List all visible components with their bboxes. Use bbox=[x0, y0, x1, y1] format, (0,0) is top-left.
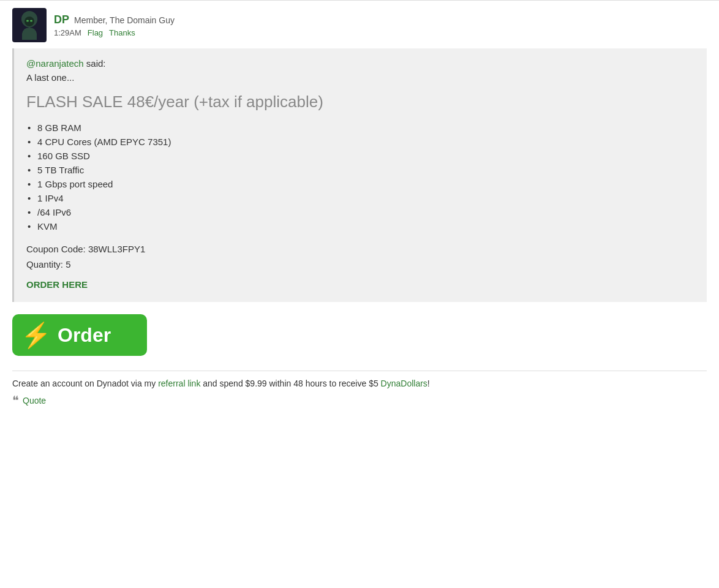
flash-sale-title: FLASH SALE 48€/year (+tax if applicable) bbox=[26, 92, 695, 111]
spec-item: /64 IPv6 bbox=[26, 207, 695, 217]
order-button-text: Order bbox=[58, 324, 111, 347]
post-meta: 1:29AM Flag Thanks bbox=[54, 28, 175, 37]
quote-attribution: @naranjatech said: bbox=[26, 58, 695, 69]
username-line: DP Member, The Domain Guy bbox=[54, 13, 175, 26]
spec-item: 8 GB RAM bbox=[26, 123, 695, 133]
post-header: DP Member, The Domain Guy 1:29AM Flag Th… bbox=[12, 8, 707, 42]
coupon-code: 38WLL3FPY1 bbox=[88, 244, 145, 254]
thanks-link[interactable]: Thanks bbox=[109, 28, 135, 37]
attribution-suffix: said: bbox=[84, 58, 106, 69]
quote-action: ❝ Quote bbox=[12, 394, 707, 407]
footer-text-after: ! bbox=[427, 379, 430, 388]
footer-text: Create an account on Dynadot via my refe… bbox=[12, 379, 707, 388]
post-container: DP Member, The Domain Guy 1:29AM Flag Th… bbox=[0, 0, 719, 413]
quote-reply-link[interactable]: Quote bbox=[23, 396, 46, 405]
order-button-container: ⚡ Order bbox=[12, 314, 707, 356]
post-footer: Create an account on Dynadot via my refe… bbox=[12, 371, 707, 413]
spec-item: KVM bbox=[26, 221, 695, 232]
spec-item: 160 GB SSD bbox=[26, 151, 695, 161]
order-button[interactable]: ⚡ Order bbox=[12, 314, 147, 356]
dynadollars-link[interactable]: DynaDollars bbox=[381, 379, 427, 388]
specs-list: 8 GB RAM4 CPU Cores (AMD EPYC 7351)160 G… bbox=[26, 123, 695, 232]
spec-item: 1 Gbps port speed bbox=[26, 179, 695, 189]
flag-link[interactable]: Flag bbox=[88, 28, 103, 37]
timestamp: 1:29AM bbox=[54, 28, 81, 37]
quoted-user-link[interactable]: @naranjatech bbox=[26, 58, 84, 69]
spec-item: 1 IPv4 bbox=[26, 193, 695, 203]
lightning-icon: ⚡ bbox=[21, 323, 51, 347]
quote-icon: ❝ bbox=[12, 394, 19, 407]
svg-point-3 bbox=[26, 20, 29, 22]
user-info: DP Member, The Domain Guy 1:29AM Flag Th… bbox=[54, 13, 175, 37]
user-title: Member, The Domain Guy bbox=[74, 15, 175, 25]
order-here-link[interactable]: ORDER HERE bbox=[26, 279, 88, 290]
quantity-line: Quantity: 5 bbox=[26, 259, 695, 270]
svg-point-4 bbox=[30, 20, 32, 22]
quantity-value: 5 bbox=[66, 259, 70, 270]
quote-intro: A last one... bbox=[26, 72, 695, 83]
referral-link[interactable]: referral link bbox=[158, 379, 200, 388]
spec-item: 4 CPU Cores (AMD EPYC 7351) bbox=[26, 137, 695, 147]
quantity-label: Quantity: bbox=[26, 259, 63, 270]
footer-text-middle: and spend $9.99 within 48 hours to recei… bbox=[200, 379, 380, 388]
quote-block: @naranjatech said: A last one... FLASH S… bbox=[12, 48, 707, 302]
spec-item: 5 TB Traffic bbox=[26, 165, 695, 175]
username: DP bbox=[54, 13, 69, 26]
coupon-label: Coupon Code: bbox=[26, 244, 86, 254]
svg-point-2 bbox=[24, 17, 34, 26]
coupon-line: Coupon Code: 38WLL3FPY1 bbox=[26, 244, 695, 254]
footer-text-before: Create an account on Dynadot via my bbox=[12, 379, 158, 388]
avatar bbox=[12, 8, 47, 42]
